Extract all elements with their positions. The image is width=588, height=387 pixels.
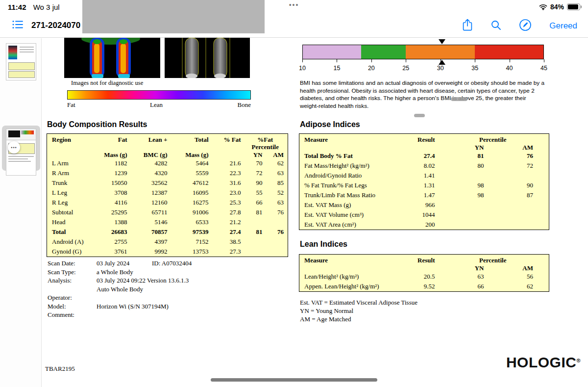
table-cell: Android/Gynoid Ratio xyxy=(299,171,407,181)
table-cell: 81 xyxy=(439,151,488,161)
horizontal-scrollbar[interactable] xyxy=(211,378,377,382)
column-header: Fat xyxy=(92,134,131,151)
table-cell: 20.5 xyxy=(407,272,439,282)
bmi-tick-label: 15 xyxy=(333,65,340,72)
column-header: Mass (g) xyxy=(172,151,213,158)
legend-line: Est. VAT = Estimated Visceral Adipose Ti… xyxy=(300,298,417,307)
done-button[interactable]: Gereed xyxy=(549,21,577,31)
table-cell: 1.41 xyxy=(407,171,439,181)
table-cell: 25.3 xyxy=(213,198,245,207)
table-cell: 97539 xyxy=(172,227,213,237)
toolbar-actions: Gereed xyxy=(462,14,577,38)
share-icon xyxy=(462,19,473,31)
gradient-label-fat: Fat xyxy=(67,101,75,109)
table-cell: 65711 xyxy=(131,207,172,217)
bmi-tick xyxy=(544,59,544,62)
dxa-scan-images xyxy=(64,38,250,78)
table-cell: 62 xyxy=(488,282,549,292)
table-cell xyxy=(488,200,549,210)
search-icon xyxy=(490,20,501,30)
table-cell: 23.0 xyxy=(213,188,245,198)
column-header: YN xyxy=(245,151,267,158)
status-date: Wo 3 jul xyxy=(33,3,60,11)
table-cell: 4397 xyxy=(131,237,172,247)
markup-icon xyxy=(519,19,532,31)
info-label: Operator: xyxy=(48,293,97,302)
battery-percent: 84% xyxy=(550,3,564,11)
status-right: 84% xyxy=(539,3,580,11)
thumbnails-button[interactable] xyxy=(12,20,24,31)
scan-info-row: Operator: xyxy=(48,293,189,302)
status-left: 11:42 Wo 3 jul xyxy=(8,3,65,11)
table-cell: 1044 xyxy=(407,210,439,220)
table-cell: 27.3 xyxy=(213,247,245,257)
column-header: Lean + xyxy=(131,134,172,151)
table-cell: 70857 xyxy=(131,227,172,237)
column-header: BMC (g) xyxy=(131,151,172,158)
table-cell: 6533 xyxy=(172,217,213,227)
info-label: Scan Date: xyxy=(48,259,97,268)
table-cell: 12160 xyxy=(131,198,172,207)
table-cell: 38.5 xyxy=(213,237,245,247)
table-cell: Total Body % Fat xyxy=(299,151,407,161)
scan-info-row: Scan Type:a Whole Body xyxy=(48,268,189,277)
share-button[interactable] xyxy=(462,19,473,33)
multitask-indicator[interactable]: ••• xyxy=(289,1,299,9)
table-cell: 2755 xyxy=(92,237,131,247)
table-row: Total26683708579753927.48176 xyxy=(47,227,288,237)
table-cell: 21.6 xyxy=(213,158,245,168)
table-row: Lean/Height² (kg/m²)20.56356 xyxy=(299,272,549,282)
table-cell: 32562 xyxy=(131,178,172,188)
table-row: R Arm12394320555922.37263 xyxy=(47,168,288,178)
table-row: Total Body % Fat27.48176 xyxy=(299,151,549,161)
table-cell: 16095 xyxy=(172,188,213,198)
table-cell: R Arm xyxy=(47,168,92,178)
table-cell: 3761 xyxy=(92,247,131,257)
scan-info-row: Auto Whole Body xyxy=(48,285,189,294)
table-cell: 27.8 xyxy=(213,207,245,217)
column-header: Result xyxy=(407,134,439,152)
thumbnail-content xyxy=(20,52,34,52)
adipose-indices-title: Adipose Indices xyxy=(300,120,360,129)
dxa-gray-image xyxy=(165,38,250,78)
table-cell: 81 xyxy=(245,227,267,237)
bmi-tick xyxy=(406,59,406,62)
table-cell: 1388 xyxy=(92,217,131,227)
abbreviation-legend: Est. VAT = Estimated Visceral Adipose Ti… xyxy=(300,298,417,323)
table-cell: 62 xyxy=(267,158,288,168)
thumbnail-content xyxy=(8,161,31,162)
table-cell: 1.47 xyxy=(407,190,439,200)
wifi-icon xyxy=(539,4,547,10)
table-cell: 55 xyxy=(245,188,267,198)
table-cell: 1.31 xyxy=(407,181,439,190)
brand-text: HOLOGIC xyxy=(506,354,577,370)
table-cell: 7152 xyxy=(172,237,213,247)
table-cell: 85 xyxy=(267,178,288,188)
gradient-label-lean: Lean xyxy=(150,101,163,109)
bmi-segment-underweight xyxy=(303,45,361,59)
table-row: Gynoid (G)376199921375327.3 xyxy=(47,247,288,257)
markup-button[interactable] xyxy=(519,19,532,33)
page-thumbnail-1[interactable] xyxy=(6,43,36,80)
column-header: AM xyxy=(488,143,549,151)
thumbnail-menu-button[interactable]: ••• xyxy=(8,141,20,154)
table-cell: 72 xyxy=(245,168,267,178)
bmi-tick-label: 25 xyxy=(402,65,409,72)
info-value: a Whole Body xyxy=(97,268,133,276)
bmi-tick xyxy=(475,59,475,62)
table-cell: 5559 xyxy=(172,168,213,178)
column-header: %Fat Percentile xyxy=(245,134,288,151)
table-cell: 3708 xyxy=(92,188,131,198)
bmi-tick-label: 10 xyxy=(299,65,306,72)
search-button[interactable] xyxy=(490,20,501,32)
table-cell xyxy=(439,200,488,210)
table-cell: 966 xyxy=(407,200,439,210)
table-cell: 1239 xyxy=(92,168,131,178)
table-cell: Gynoid (G) xyxy=(47,247,92,257)
redaction-overlay xyxy=(82,0,265,33)
column-header: % Fat xyxy=(213,134,245,159)
table-cell: Head xyxy=(47,217,92,227)
column-header: Measure xyxy=(299,255,407,272)
table-cell: 13753 xyxy=(172,247,213,257)
table-cell: L Arm xyxy=(47,158,92,168)
